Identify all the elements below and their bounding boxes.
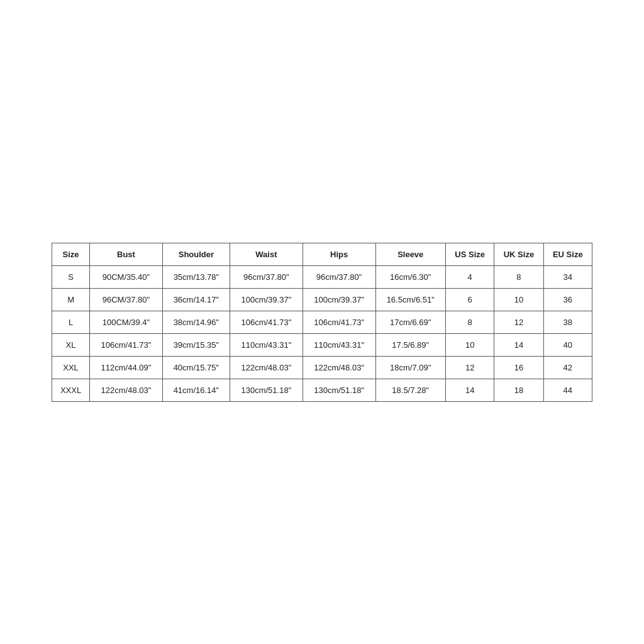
data-cell: 40 — [543, 333, 592, 356]
data-cell: 90CM/35.40" — [90, 265, 163, 288]
data-cell: 16.5cm/6.51" — [375, 288, 445, 311]
data-cell: 6 — [445, 288, 494, 311]
data-cell: 41cm/16.14" — [162, 379, 230, 401]
data-cell: 38cm/14.96" — [162, 311, 230, 333]
size-cell: S — [52, 265, 90, 288]
data-cell: 10 — [445, 333, 494, 356]
table-row: XXL112cm/44.09"40cm/15.75"122cm/48.03"12… — [52, 356, 592, 379]
column-header: Bust — [90, 243, 163, 265]
table-body: S90CM/35.40"35cm/13.78"96cm/37.80"96cm/3… — [52, 265, 592, 401]
data-cell: 106cm/41.73" — [90, 333, 163, 356]
data-cell: 12 — [494, 311, 543, 333]
data-cell: 122cm/48.03" — [90, 379, 163, 401]
data-cell: 18 — [494, 379, 543, 401]
size-cell: XXXL — [52, 379, 90, 401]
size-cell: XXL — [52, 356, 90, 379]
data-cell: 110cm/43.31" — [230, 333, 303, 356]
size-cell: XL — [52, 333, 90, 356]
data-cell: 12 — [445, 356, 494, 379]
data-cell: 96cm/37.80" — [230, 265, 303, 288]
column-header: EU Size — [543, 243, 592, 265]
column-header: US Size — [445, 243, 494, 265]
data-cell: 14 — [494, 333, 543, 356]
data-cell: 96CM/37.80" — [90, 288, 163, 311]
data-cell: 4 — [445, 265, 494, 288]
data-cell: 16cm/6.30" — [375, 265, 445, 288]
table-row: M96CM/37.80"36cm/14.17"100cm/39.37"100cm… — [52, 288, 592, 311]
data-cell: 17.5/6.89" — [375, 333, 445, 356]
column-header: Waist — [230, 243, 303, 265]
data-cell: 17cm/6.69" — [375, 311, 445, 333]
column-header: Sleeve — [375, 243, 445, 265]
data-cell: 106cm/41.73" — [303, 311, 375, 333]
data-cell: 35cm/13.78" — [162, 265, 230, 288]
column-header: Hips — [303, 243, 375, 265]
data-cell: 40cm/15.75" — [162, 356, 230, 379]
table-row: XL106cm/41.73"39cm/15.35"110cm/43.31"110… — [52, 333, 592, 356]
data-cell: 122cm/48.03" — [303, 356, 375, 379]
data-cell: 16 — [494, 356, 543, 379]
data-cell: 42 — [543, 356, 592, 379]
data-cell: 8 — [445, 311, 494, 333]
data-cell: 34 — [543, 265, 592, 288]
data-cell: 96cm/37.80" — [303, 265, 375, 288]
data-cell: 36cm/14.17" — [162, 288, 230, 311]
table-row: S90CM/35.40"35cm/13.78"96cm/37.80"96cm/3… — [52, 265, 592, 288]
data-cell: 14 — [445, 379, 494, 401]
table-row: XXXL122cm/48.03"41cm/16.14"130cm/51.18"1… — [52, 379, 592, 401]
data-cell: 100cm/39.37" — [230, 288, 303, 311]
data-cell: 100cm/39.37" — [303, 288, 375, 311]
table-header-row: SizeBustShoulderWaistHipsSleeveUS SizeUK… — [52, 243, 592, 265]
table-row: L100CM/39.4"38cm/14.96"106cm/41.73"106cm… — [52, 311, 592, 333]
size-chart-table: SizeBustShoulderWaistHipsSleeveUS SizeUK… — [52, 243, 592, 402]
data-cell: 122cm/48.03" — [230, 356, 303, 379]
data-cell: 130cm/51.18" — [303, 379, 375, 401]
column-header: Size — [52, 243, 90, 265]
column-header: UK Size — [494, 243, 543, 265]
data-cell: 130cm/51.18" — [230, 379, 303, 401]
data-cell: 112cm/44.09" — [90, 356, 163, 379]
size-cell: M — [52, 288, 90, 311]
data-cell: 36 — [543, 288, 592, 311]
data-cell: 110cm/43.31" — [303, 333, 375, 356]
data-cell: 8 — [494, 265, 543, 288]
data-cell: 44 — [543, 379, 592, 401]
data-cell: 38 — [543, 311, 592, 333]
data-cell: 18cm/7.09" — [375, 356, 445, 379]
column-header: Shoulder — [162, 243, 230, 265]
data-cell: 10 — [494, 288, 543, 311]
data-cell: 18.5/7.28" — [375, 379, 445, 401]
data-cell: 106cm/41.73" — [230, 311, 303, 333]
data-cell: 100CM/39.4" — [90, 311, 163, 333]
size-cell: L — [52, 311, 90, 333]
data-cell: 39cm/15.35" — [162, 333, 230, 356]
size-chart-container: SizeBustShoulderWaistHipsSleeveUS SizeUK… — [52, 243, 592, 402]
